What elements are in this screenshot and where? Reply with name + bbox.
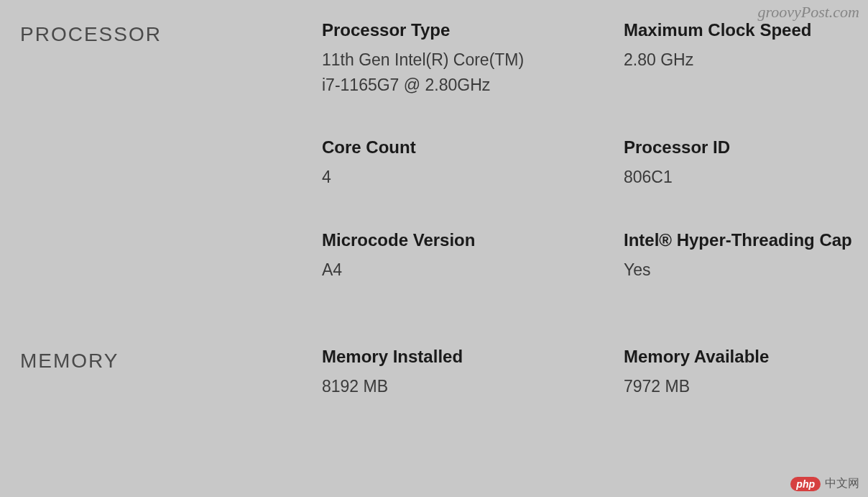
field-value: 11th Gen Intel(R) Core(TM) i7-1165G7 @ 2…: [322, 47, 624, 97]
field-hyper-threading: Intel® Hyper-Threading Cap Yes: [624, 230, 854, 283]
field-core-count: Core Count 4: [322, 137, 624, 190]
field-value: 2.80 GHz: [624, 47, 854, 73]
field-label: Microcode Version: [322, 230, 624, 250]
field-label: Processor Type: [322, 20, 624, 40]
processor-section: PROCESSOR Processor Type 11th Gen Intel(…: [20, 20, 854, 282]
field-processor-type: Processor Type 11th Gen Intel(R) Core(TM…: [322, 20, 624, 97]
php-badge-text: 中文网: [825, 476, 859, 491]
field-label: Processor ID: [624, 137, 854, 158]
processor-section-header: PROCESSOR: [20, 20, 322, 282]
memory-fields: Memory Installed 8192 MB Memory Availabl…: [322, 347, 854, 399]
field-memory-installed: Memory Installed 8192 MB: [322, 347, 624, 399]
field-label: Memory Installed: [322, 347, 624, 367]
watermark-bottom-right: php 中文网: [790, 476, 859, 491]
field-max-clock-speed: Maximum Clock Speed 2.80 GHz: [624, 20, 854, 97]
field-processor-id: Processor ID 806C1: [624, 137, 854, 190]
php-badge: php: [790, 477, 821, 491]
field-label: Core Count: [322, 137, 624, 158]
field-value: 8192 MB: [322, 374, 624, 399]
memory-section: MEMORY Memory Installed 8192 MB Memory A…: [20, 347, 854, 399]
field-value: Yes: [624, 257, 854, 283]
field-label: Maximum Clock Speed: [624, 20, 854, 40]
field-label: Memory Available: [624, 347, 854, 367]
field-label: Intel® Hyper-Threading Cap: [624, 230, 854, 250]
memory-section-header: MEMORY: [20, 347, 322, 399]
field-memory-available: Memory Available 7972 MB: [624, 347, 854, 399]
field-value: 4: [322, 165, 624, 190]
field-value: 7972 MB: [624, 374, 854, 399]
processor-fields: Processor Type 11th Gen Intel(R) Core(TM…: [322, 20, 854, 282]
field-value: 806C1: [624, 165, 854, 190]
system-info-panel: PROCESSOR Processor Type 11th Gen Intel(…: [0, 0, 868, 414]
field-value: A4: [322, 257, 624, 283]
field-microcode-version: Microcode Version A4: [322, 230, 624, 283]
watermark-top-right: groovyPost.com: [757, 3, 859, 22]
